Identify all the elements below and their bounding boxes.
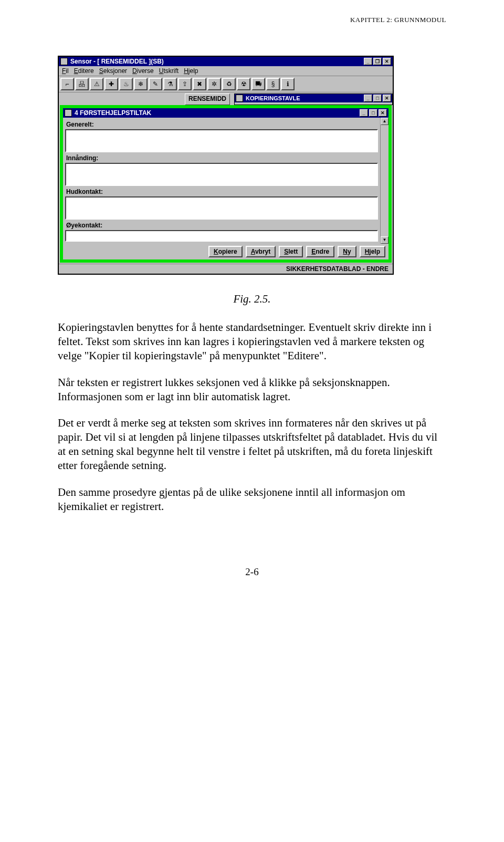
section-minimize-button[interactable]: _ — [360, 109, 368, 117]
menu-fil[interactable]: Fil — [62, 67, 69, 75]
ny-button[interactable]: Ny — [338, 246, 356, 257]
info-icon[interactable]: ℹ — [281, 78, 295, 90]
field-label-oyekontakt: Øyekontakt: — [66, 222, 379, 229]
kop-close-button[interactable]: ✕ — [383, 95, 391, 102]
scroll-up-icon[interactable]: ▲ — [381, 118, 388, 125]
menubar: Fil Editere Seksjoner Diverse Utskrift H… — [59, 66, 393, 76]
trash-icon[interactable]: ♻ — [222, 78, 236, 90]
field-input-innanding[interactable] — [65, 163, 378, 186]
menu-utskrift[interactable]: Utskrift — [159, 67, 178, 75]
tree-icon[interactable]: ✲ — [207, 78, 221, 90]
close-button[interactable]: ✕ — [383, 58, 391, 65]
x-icon[interactable]: ✖ — [193, 78, 206, 90]
crane-icon[interactable]: ⇪ — [178, 78, 192, 90]
menu-hjelp[interactable]: Hjelp — [184, 67, 198, 75]
hjelp-button[interactable]: Hjelp — [360, 246, 385, 257]
waste-icon[interactable]: ☢ — [237, 78, 250, 90]
fire-icon[interactable]: ♨ — [119, 78, 133, 90]
tools-icon[interactable]: ✎ — [149, 78, 162, 90]
paragraph: Når teksten er registrert lukkes seksjon… — [58, 376, 446, 404]
body-text: Kopieringstavlen benyttes for å hente st… — [58, 320, 446, 514]
app-titlebar: Sensor - [ RENSEMIDDEL ](SB) _ ❐ ✕ — [59, 57, 393, 66]
minimize-button[interactable]: _ — [364, 58, 372, 65]
truck-icon[interactable]: ⛟ — [251, 78, 265, 90]
paragraph-icon[interactable]: § — [266, 78, 280, 90]
scroll-down-icon[interactable]: ▼ — [381, 236, 388, 244]
avbryt-button[interactable]: Avbryt — [246, 246, 276, 257]
section-icon — [65, 109, 72, 117]
maximize-button[interactable]: ❐ — [373, 58, 382, 65]
warning-icon[interactable]: ⚠ — [90, 78, 103, 90]
endre-button[interactable]: Endre — [306, 246, 334, 257]
field-label-innanding: Innånding: — [66, 154, 379, 162]
field-label-hudkontakt: Hudkontakt: — [66, 188, 379, 195]
app-screenshot: Sensor - [ RENSEMIDDEL ](SB) _ ❐ ✕ Fil E… — [58, 56, 394, 275]
menu-diverse[interactable]: Diverse — [132, 67, 154, 75]
toolbar: ⌐ 品 ⚠ ✚ ♨ ❄ ✎ ⚗ ⇪ ✖ ✲ ♻ ☢ ⛟ § ℹ — [59, 76, 393, 92]
app-window: Sensor - [ RENSEMIDDEL ](SB) _ ❐ ✕ Fil E… — [58, 56, 394, 275]
kop-minimize-button[interactable]: _ — [364, 95, 372, 102]
doc-label: RENSEMIDD — [185, 93, 230, 105]
kopiere-button[interactable]: Kopiere — [208, 246, 243, 257]
field-label-generelt: Generelt: — [66, 121, 379, 128]
kopieringstavle-window: KOPIERINGSTAVLE _ □ ✕ — [234, 93, 393, 105]
plus-icon[interactable]: ✚ — [104, 78, 118, 90]
field-input-generelt[interactable] — [65, 129, 378, 152]
app-icon — [60, 58, 68, 65]
section-scrollbar[interactable]: ▲ ▼ — [380, 118, 388, 244]
figure-caption: Fig. 2.5. — [58, 293, 446, 306]
key-icon[interactable]: ⌐ — [60, 78, 74, 90]
paragraph: Den samme prosedyre gjentas på de ulike … — [58, 485, 446, 514]
menu-seksjoner[interactable]: Seksjoner — [99, 67, 127, 75]
statusbar: SIKKERHETSDATABLAD - ENDRE — [59, 264, 393, 274]
running-header: KAPITTEL 2: GRUNNMODUL — [58, 16, 446, 24]
paragraph: Kopieringstavlen benyttes for å hente st… — [58, 320, 446, 363]
kop-maximize-button[interactable]: □ — [373, 95, 382, 102]
section-window: 4 FØRSTEHJELPSTILTAK _ □ ✕ Generelt: Inn… — [60, 105, 392, 263]
section-maximize-button[interactable]: □ — [369, 109, 377, 117]
drop-icon[interactable]: ❄ — [134, 78, 148, 90]
section-title: 4 FØRSTEHJELPSTILTAK — [75, 109, 360, 117]
field-input-hudkontakt[interactable] — [65, 196, 378, 220]
flask-icon[interactable]: ⚗ — [163, 78, 177, 90]
page-number: 2-6 — [58, 566, 446, 578]
slett-button[interactable]: Slett — [279, 246, 303, 257]
kopieringstavle-title: KOPIERINGSTAVLE — [246, 95, 364, 101]
app-title: Sensor - [ RENSEMIDDEL ](SB) — [70, 58, 364, 65]
kop-icon — [236, 95, 243, 102]
button-row: Kopiere Avbryt Slett Endre Ny Hjelp — [63, 244, 388, 259]
org-icon[interactable]: 品 — [75, 78, 89, 90]
field-input-oyekontakt[interactable] — [65, 230, 378, 242]
doc-strip: RENSEMIDD KOPIERINGSTAVLE _ □ ✕ — [59, 92, 393, 105]
paragraph: Det er verdt å merke seg at teksten som … — [58, 416, 446, 473]
menu-editere[interactable]: Editere — [74, 67, 94, 75]
section-close-button[interactable]: ✕ — [379, 109, 387, 117]
